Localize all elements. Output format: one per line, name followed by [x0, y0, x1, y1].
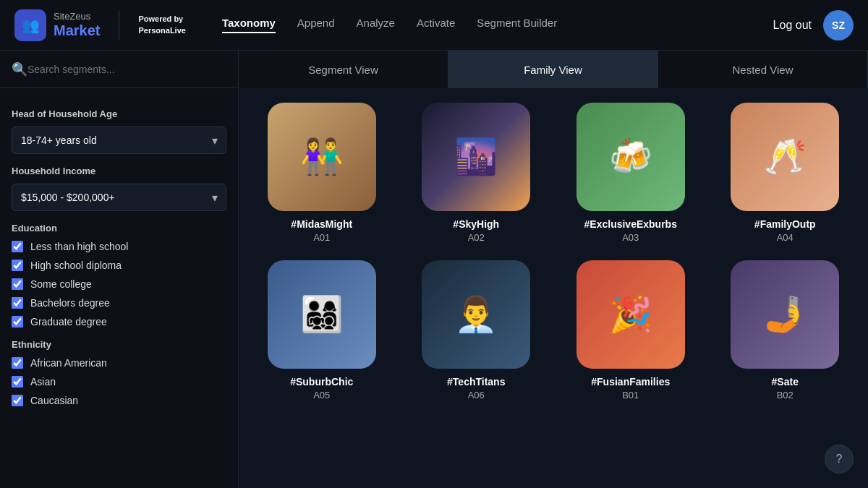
- education-check-2[interactable]: [12, 278, 23, 290]
- search-input[interactable]: [27, 64, 226, 75]
- view-tabs: Segment View Family View Nested View: [239, 51, 868, 88]
- segment-code-a02: A02: [468, 232, 485, 243]
- segment-card-b02[interactable]: 🤳 #Sate B02: [717, 260, 854, 401]
- logo-divider: [119, 11, 119, 40]
- segment-img-a04: 🥂: [731, 103, 839, 211]
- search-icon: 🔍: [12, 61, 27, 77]
- tab-nested-view[interactable]: Nested View: [658, 51, 868, 88]
- logo-sitezeus: SiteZeus: [54, 11, 100, 22]
- segment-card-a03[interactable]: 🍻 #ExclusiveExburbs A03: [562, 103, 699, 243]
- education-item-3[interactable]: Bachelors degree: [12, 297, 226, 309]
- education-check-0[interactable]: [12, 241, 23, 252]
- nav-segment-builder[interactable]: Segment Builder: [477, 17, 557, 33]
- sidebar: Head of Household Age 18-74+ years old H…: [0, 88, 239, 488]
- segment-card-a04[interactable]: 🥂 #FamilyOutp A04: [717, 103, 854, 243]
- education-item-0[interactable]: Less than high school: [12, 241, 226, 252]
- nav-taxonomy[interactable]: Taxonomy: [222, 17, 276, 33]
- header: 👥 SiteZeus Market Powered by PersonaLive…: [0, 0, 868, 51]
- user-avatar[interactable]: SZ: [823, 10, 854, 40]
- segment-code-a06: A06: [468, 390, 485, 401]
- segment-card-a06[interactable]: 👨‍💼 #TechTitans A06: [408, 260, 545, 401]
- segment-name-b01: #FusianFamilies: [591, 376, 670, 388]
- help-button[interactable]: ?: [825, 445, 854, 474]
- segment-code-a04: A04: [777, 232, 793, 243]
- education-item-4[interactable]: Graduate degree: [12, 316, 226, 328]
- segment-img-b02: 🤳: [731, 260, 839, 369]
- logo-market: Market: [54, 22, 100, 39]
- education-item-1[interactable]: High school diploma: [12, 260, 226, 271]
- segment-img-a05: 👨‍👩‍👧‍👦: [268, 260, 376, 369]
- nav-append[interactable]: Append: [297, 17, 335, 33]
- segment-img-a01: 👫: [268, 103, 376, 211]
- segment-name-a01: #MidasMight: [291, 218, 352, 230]
- ethnicity-item-0[interactable]: African American: [12, 357, 226, 369]
- segment-name-a04: #FamilyOutp: [754, 218, 816, 230]
- ethnicity-check-1[interactable]: [12, 376, 23, 388]
- segments-content: 👫 #MidasMight A01 🌆 #SkyHigh A02 🍻 #Excl…: [239, 88, 868, 488]
- segment-code-b01: B01: [622, 390, 639, 401]
- segment-name-a06: #TechTitans: [447, 376, 505, 388]
- logo-area: 👥 SiteZeus Market Powered by PersonaLive: [14, 9, 186, 41]
- segment-name-b02: #Sate: [772, 376, 799, 388]
- segment-code-a01: A01: [313, 232, 330, 243]
- segment-code-a05: A05: [313, 390, 330, 401]
- logo-text: SiteZeus Market: [54, 11, 100, 40]
- header-right: Log out SZ: [773, 10, 854, 40]
- segment-name-a03: #ExclusiveExburbs: [584, 218, 677, 230]
- household-income-select[interactable]: $15,000 - $200,000+: [12, 184, 226, 211]
- ethnicity-check-2[interactable]: [12, 395, 23, 406]
- segment-card-a01[interactable]: 👫 #MidasMight A01: [253, 103, 391, 243]
- main-nav: Taxonomy Append Analyze Activate Segment…: [222, 17, 773, 33]
- main-layout: Head of Household Age 18-74+ years old H…: [0, 88, 868, 488]
- top-row: 🔍 Segment View Family View Nested View: [0, 51, 868, 88]
- education-group: Less than high school High school diplom…: [12, 241, 226, 328]
- tab-family-view[interactable]: Family View: [448, 51, 658, 88]
- ethnicity-item-2[interactable]: Caucasian: [12, 395, 226, 406]
- segment-name-a05: #SuburbChic: [290, 376, 353, 388]
- search-section: 🔍: [0, 51, 239, 88]
- education-check-3[interactable]: [12, 297, 23, 309]
- head-age-label: Head of Household Age: [12, 108, 226, 119]
- powered-by: Powered by PersonaLive: [138, 14, 185, 36]
- segment-code-a03: A03: [622, 232, 639, 243]
- segment-card-b01[interactable]: 🎉 #FusianFamilies B01: [562, 260, 699, 401]
- segment-img-a03: 🍻: [576, 103, 685, 211]
- nav-activate[interactable]: Activate: [417, 17, 455, 33]
- nav-analyze[interactable]: Analyze: [357, 17, 395, 33]
- education-check-1[interactable]: [12, 260, 23, 271]
- household-income-label: Household Income: [12, 166, 226, 176]
- ethnicity-item-1[interactable]: Asian: [12, 376, 226, 388]
- logout-button[interactable]: Log out: [773, 19, 812, 32]
- segment-img-a06: 👨‍💼: [422, 260, 530, 369]
- head-age-dropdown[interactable]: 18-74+ years old: [12, 127, 226, 154]
- segment-card-a05[interactable]: 👨‍👩‍👧‍👦 #SuburbChic A05: [253, 260, 391, 401]
- logo-icon: 👥: [14, 9, 46, 41]
- segments-grid: 👫 #MidasMight A01 🌆 #SkyHigh A02 🍻 #Excl…: [253, 103, 854, 401]
- ethnicity-group: African American Asian Caucasian: [12, 357, 226, 406]
- education-check-4[interactable]: [12, 316, 23, 328]
- education-label: Education: [12, 223, 226, 234]
- head-age-select[interactable]: 18-74+ years old: [12, 127, 226, 154]
- ethnicity-check-0[interactable]: [12, 357, 23, 369]
- segment-img-b01: 🎉: [576, 260, 685, 369]
- tab-segment-view[interactable]: Segment View: [239, 51, 448, 88]
- segment-code-b02: B02: [777, 390, 793, 401]
- segment-card-a02[interactable]: 🌆 #SkyHigh A02: [408, 103, 545, 243]
- household-income-dropdown[interactable]: $15,000 - $200,000+: [12, 184, 226, 211]
- segment-name-a02: #SkyHigh: [453, 218, 499, 230]
- segment-img-a02: 🌆: [422, 103, 530, 211]
- education-item-2[interactable]: Some college: [12, 278, 226, 290]
- ethnicity-label: Ethnicity: [12, 339, 226, 350]
